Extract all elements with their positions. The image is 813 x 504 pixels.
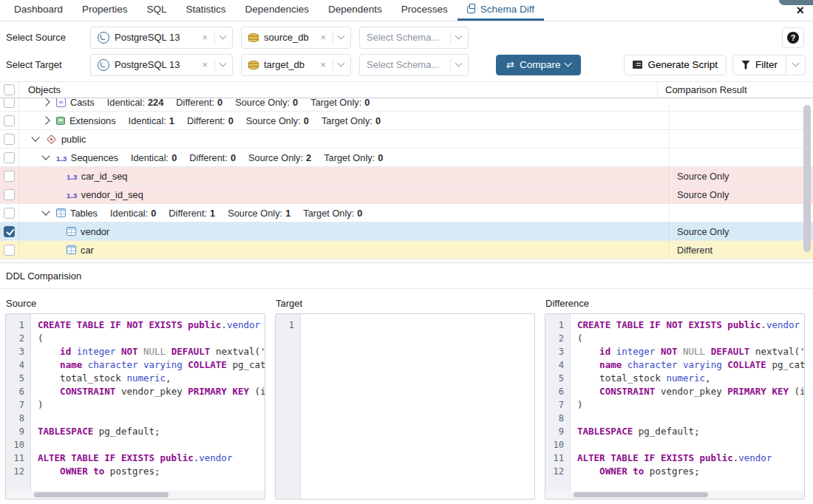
clear-icon[interactable]: × [200,59,209,70]
difference-code-editor[interactable]: 123456789101112CREATE TABLE IF NOT EXIST… [545,313,805,500]
help-button[interactable]: ? [782,27,804,48]
chevron-down-icon[interactable] [338,60,345,67]
table-row[interactable]: ExtensionsIdentical:1Different:0Source O… [0,112,813,130]
ddl-comparison-title: DDL Comparision [0,263,813,289]
code-line [577,412,804,425]
chevron-down-icon[interactable] [455,60,463,67]
row-checkbox[interactable] [4,171,15,182]
source-schema-select[interactable]: Select Schema... [359,27,469,49]
postgres-icon [98,32,109,44]
clear-icon[interactable]: × [319,59,327,70]
target-server-select[interactable]: PostgreSQL 13 × [90,54,233,76]
generate-script-button[interactable]: Generate Script [624,55,727,75]
select-target-label: Select Target [6,59,90,70]
tab-dashboard[interactable]: Dashboard [4,0,72,21]
chevron-down-icon[interactable] [220,60,227,67]
tab-processes[interactable]: Processes [392,0,457,21]
chevron-down-icon[interactable] [220,33,227,40]
row-checkbox[interactable] [4,134,15,145]
table-row[interactable]: car_id_seqSource Only [0,167,813,185]
tab-label: Properties [82,4,128,15]
code-line: ALTER TABLE IF EXISTS public.vendor [577,452,804,465]
filter-split-button: Filter [732,55,806,75]
row-checkbox[interactable] [4,226,15,237]
table-row[interactable]: SequencesIdentical:0Different:0Source On… [0,149,813,167]
source-server-value: PostgreSQL 13 [115,32,180,43]
stat: Source Only:2 [248,152,311,163]
divider [333,59,333,71]
expander-chevron-icon[interactable] [41,207,50,215]
chevron-down-icon [792,60,800,67]
script-icon [633,61,642,69]
horizontal-scrollbar-thumb[interactable] [574,492,708,497]
tab-dependents[interactable]: Dependents [319,0,392,21]
table-row[interactable]: public [0,130,813,149]
row-checkbox-cell [0,112,19,129]
expander-chevron-icon[interactable] [31,133,39,141]
code-line: id integer NOT NULL DEFAULT nextval(' [577,345,804,358]
row-checkbox[interactable] [4,245,15,256]
source-server-select[interactable]: PostgreSQL 13 × [90,27,233,49]
tab-properties[interactable]: Properties [72,0,137,21]
table-row[interactable]: carDifferent [0,241,813,259]
code-line [577,438,804,452]
table-row[interactable]: TablesIdentical:0Different:1Source Only:… [0,204,813,222]
divider [450,59,451,71]
clear-icon[interactable]: × [200,32,209,43]
code-area: CREATE TABLE IF NOT EXISTS public.vendor… [31,314,265,499]
code-line: ( [38,332,265,345]
object-name: car_id_seq [81,171,128,182]
tab-dependencies[interactable]: Dependencies [236,0,319,21]
row-checkbox[interactable] [4,115,15,126]
compare-label: Compare [520,59,561,70]
table-row[interactable]: vendor_id_seqSource Only [0,185,813,204]
table-row[interactable]: vendorSource Only [0,222,813,241]
chevron-down-icon[interactable] [338,33,345,40]
code-line: ) [38,398,265,412]
expander-chevron-icon[interactable] [41,98,50,106]
tabs-container: DashboardPropertiesSQLStatisticsDependen… [4,0,544,21]
row-checkbox[interactable] [4,189,15,200]
vertical-scrollbar-thumb[interactable] [803,105,811,252]
object-name: car [81,245,94,256]
horizontal-scrollbar-thumb[interactable] [34,492,169,497]
objects-cell: public [19,130,670,148]
stat: Source Only:0 [246,115,309,126]
source-database-select[interactable]: source_db × [241,27,351,49]
stat: Identical:0 [110,208,156,219]
clear-icon[interactable]: × [319,32,327,43]
target-schema-select[interactable]: Select Schema... [359,54,469,76]
select-all-checkbox[interactable] [4,84,15,95]
filter-dropdown-button[interactable] [786,55,806,75]
stat: Different:0 [187,115,234,126]
row-checkbox[interactable] [4,208,15,219]
row-checkbox[interactable] [4,152,15,163]
code-area [301,314,534,499]
source-database-value: source_db [264,32,309,43]
divider [333,32,333,44]
object-name: Sequences [71,152,118,163]
object-name: vendor_id_seq [81,189,143,200]
code-line [38,412,265,425]
filter-button[interactable]: Filter [732,55,786,75]
select-source-row: Select Source PostgreSQL 13 × source_db … [6,26,807,49]
expander-chevron-icon[interactable] [41,116,50,124]
tab-schema-diff[interactable]: Schema Diff [457,0,544,21]
close-icon[interactable]: × [787,4,813,17]
line-number: 9 [6,425,30,438]
source-code-editor[interactable]: 123456789101112CREATE TABLE IF NOT EXIST… [5,313,265,500]
target-code-editor[interactable]: 1 [275,313,535,500]
code-line: CONSTRAINT vendor_pkey PRIMARY KEY (i [577,385,804,398]
code-line: id integer NOT NULL DEFAULT nextval(' [38,345,265,358]
chevron-down-icon[interactable] [455,33,463,40]
expander-chevron-icon[interactable] [41,151,50,160]
target-database-select[interactable]: target_db × [241,54,351,76]
line-number: 3 [545,345,570,358]
line-number: 8 [545,412,570,425]
compare-button[interactable]: ⇄ Compare [496,55,581,75]
comparison-table: Objects Comparison Result CastsIdentical… [0,81,813,259]
tab-statistics[interactable]: Statistics [177,0,236,21]
comparison-result-cell: Source Only [670,167,813,185]
tab-sql[interactable]: SQL [137,0,177,21]
objects-cell: vendor_id_seq [19,185,670,203]
